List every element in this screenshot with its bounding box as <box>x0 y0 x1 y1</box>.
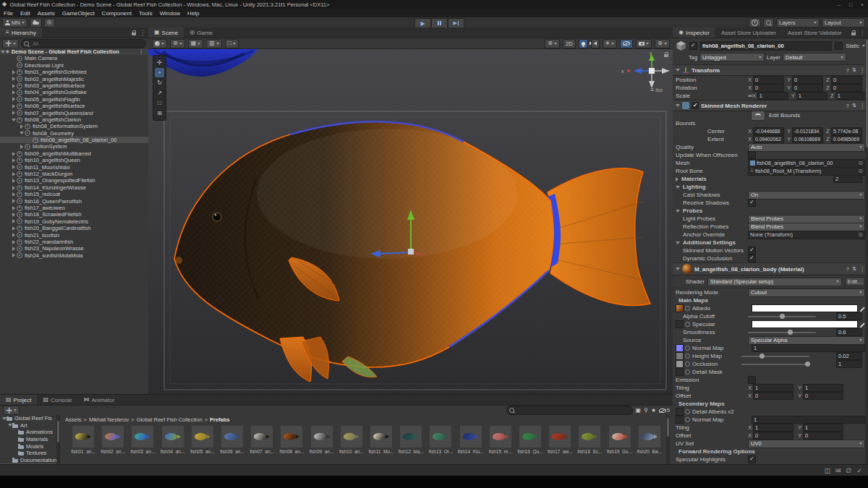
foldout-right-icon[interactable] <box>11 172 17 176</box>
scale-tool[interactable]: ↗ <box>155 88 164 98</box>
tag-dropdown[interactable]: Untagged <box>699 53 765 61</box>
foldout-right-icon[interactable] <box>11 240 17 244</box>
slider-knob[interactable] <box>760 354 765 359</box>
texture-thumb-albedo[interactable] <box>676 304 684 312</box>
color-swatch-specular[interactable] <box>752 320 858 328</box>
slider-value[interactable]: 0.6 <box>836 328 862 336</box>
transform-header[interactable]: Transform ?⇅⋮ <box>673 64 868 76</box>
foldout-down-icon[interactable] <box>1 417 7 420</box>
draw-mode-dropdown[interactable] <box>152 39 167 48</box>
folder-models[interactable]: Models <box>0 442 59 450</box>
value-field-y[interactable]: 0.06108689 <box>792 135 823 143</box>
foldout-down-icon[interactable] <box>7 424 12 427</box>
hierarchy-item-fish11-moorishidol[interactable]: fish11_MoorishIdol <box>0 164 148 171</box>
object-picker-icon[interactable]: ⊙ <box>858 168 863 174</box>
texture-assign-icon[interactable] <box>685 306 690 311</box>
texture-assign-icon[interactable] <box>685 409 690 414</box>
texture-assign-icon[interactable] <box>685 417 690 422</box>
slider-knob[interactable] <box>805 361 810 367</box>
hierarchy-item-fish05-angelfishflagfin[interactable]: fish05_angelfishFlagfin <box>0 96 148 103</box>
kebab-menu-icon[interactable]: ⋮ <box>859 103 865 109</box>
foldout-down-icon[interactable] <box>19 132 25 134</box>
tab-animator[interactable]: ⋈Animator <box>77 395 120 405</box>
hierarchy-item-fish04-angelfishgoldflake[interactable]: fish04_angelfishGoldflake <box>0 89 148 95</box>
hierarchy-item-fish09-angelfishmultibarred[interactable]: fish09_angelfishMultibarred <box>0 150 148 157</box>
foldout-right-icon[interactable] <box>11 179 17 183</box>
tab-asset-store-validator[interactable]: Asset Store Validator <box>782 27 848 38</box>
gizmos-dropdown[interactable]: ▦ <box>188 39 204 48</box>
hierarchy-item-fish08-angelfishclarion[interactable]: fish08_angelfishClarion <box>0 116 148 123</box>
folder-animations[interactable]: Animations <box>0 429 59 436</box>
value-field-x[interactable]: 1 <box>757 92 788 100</box>
hierarchy-item-motionsystem[interactable]: MotionSystem <box>0 143 148 150</box>
tab-scene[interactable]: ▣Scene <box>148 27 184 38</box>
dropdown-reflection-probes[interactable]: Blend Probes <box>748 223 865 231</box>
search-by-type-icon[interactable]: ▣ <box>636 408 642 414</box>
texture-assign-icon[interactable] <box>685 361 690 367</box>
hierarchy-item-fish23-napoleonwrasse[interactable]: fish23_NapoleonWrasse <box>0 245 148 252</box>
hierarchy-item-directional-light[interactable]: Directional Light <box>0 62 148 69</box>
hierarchy-item-fish16-queenparrotfish[interactable]: fish16_QueenParrotfish <box>0 198 148 205</box>
object-name-field[interactable]: fish08_angelfish_08_clarion_00 <box>700 41 832 51</box>
hierarchy-item-fish06-angelfishblueface[interactable]: fish06_angelfishBlueface <box>0 103 148 109</box>
foldout-right-icon[interactable] <box>11 206 17 210</box>
kebab-menu-icon[interactable]: ⋮ <box>859 67 865 74</box>
hierarchy-item-fish02-angelfishmajestic[interactable]: fish02_angelfishMajestic <box>0 76 148 82</box>
smr-header[interactable]: Skinned Mesh Renderer ?⇅⋮ <box>673 100 868 111</box>
services-button[interactable]: ◎ <box>44 18 55 27</box>
foldout-right-icon[interactable] <box>11 247 17 251</box>
texture-thumb-specular[interactable] <box>676 320 684 328</box>
help-icon[interactable]: ? <box>846 103 849 108</box>
gizmo-lock-icon[interactable] <box>664 54 668 57</box>
skybox-dropdown[interactable]: ⊛ <box>170 39 185 48</box>
asset-fish10-an[interactable]: fish10_an... <box>338 426 365 454</box>
foldout-right-icon[interactable] <box>11 158 17 163</box>
object-field-anchor-override[interactable]: None (Transform)⊙ <box>748 231 865 239</box>
texture-thumb-height-map[interactable] <box>676 352 684 360</box>
hierarchy-search-input[interactable] <box>31 40 120 48</box>
asset-fish07-an[interactable]: fish07_an... <box>248 426 276 454</box>
slider-occlusion[interactable] <box>741 364 809 365</box>
favorites-icon[interactable]: ★ <box>651 408 656 414</box>
hierarchy-search[interactable] <box>21 39 146 48</box>
hierarchy-item-fish13-orangespottedfilefish[interactable]: fish13_OrangespottedFilefish <box>0 177 148 184</box>
value-field-y[interactable]: 0 <box>792 84 823 92</box>
global-status-icon[interactable]: ✓ <box>856 467 862 474</box>
value-field-y[interactable]: 0 <box>803 392 843 400</box>
foldout-right-icon[interactable] <box>11 84 17 88</box>
lighting-toggle[interactable] <box>579 39 588 48</box>
hierarchy-item-fish20-banggaicardinalfish[interactable]: fish20_BanggaiCardinalfish <box>0 225 148 231</box>
slider-height-map[interactable] <box>741 356 809 357</box>
audio-toggle[interactable] <box>591 39 600 48</box>
asset-fish08-an[interactable]: fish08_an... <box>278 426 305 454</box>
foldout-right-icon[interactable] <box>19 124 25 129</box>
value-field-x[interactable]: 0 <box>753 76 784 84</box>
folder-documentation[interactable]: Documentation <box>0 457 59 464</box>
menu-gameobject[interactable]: GameObject <box>59 10 98 17</box>
hierarchy-item-fish08-geometry[interactable]: fish08_Geometry <box>0 130 148 137</box>
value-field-y[interactable]: 1 <box>796 92 827 100</box>
kebab-menu-icon[interactable]: ⋮ <box>138 48 144 55</box>
menu-assets[interactable]: Assets <box>34 10 59 17</box>
tab-console[interactable]: ▤Console <box>37 395 77 405</box>
slider-value[interactable]: 1 <box>836 360 862 368</box>
asset-fish12-bla[interactable]: fish12_bla... <box>397 426 425 454</box>
asset-fish06-an[interactable]: fish06_an... <box>218 426 246 454</box>
kebab-menu-icon[interactable]: ⋮ <box>140 30 145 36</box>
menu-component[interactable]: Component <box>98 10 135 17</box>
asset-fish11-mo[interactable]: fish11_Mo... <box>367 426 395 454</box>
hierarchy-item-fish18-scrawledfilefish[interactable]: fish18_ScrawledFilefish <box>0 211 148 218</box>
grid-scrollbar[interactable] <box>666 415 670 465</box>
hierarchy-item-fish08-deformationsystem[interactable]: fish08_DeformationSystem <box>0 123 148 129</box>
presets-icon[interactable]: ⇅ <box>852 266 856 272</box>
active-checkbox[interactable] <box>689 42 697 50</box>
dropdown-light-probes[interactable]: Blend Probes <box>748 215 865 223</box>
layer-dropdown[interactable]: Default <box>783 53 846 61</box>
create-asset-button[interactable]: + <box>3 406 20 415</box>
asset-fish18-sc[interactable]: fish18_Sc... <box>576 426 603 454</box>
material-header[interactable]: M_angelfish_08_clarion_body (Material) ?… <box>673 262 868 275</box>
foldout-right-icon[interactable] <box>11 152 17 156</box>
slider-smoothness[interactable] <box>748 332 816 333</box>
value-field-x[interactable]: 1 <box>753 424 793 432</box>
value-field-z[interactable]: 0 <box>831 84 862 92</box>
